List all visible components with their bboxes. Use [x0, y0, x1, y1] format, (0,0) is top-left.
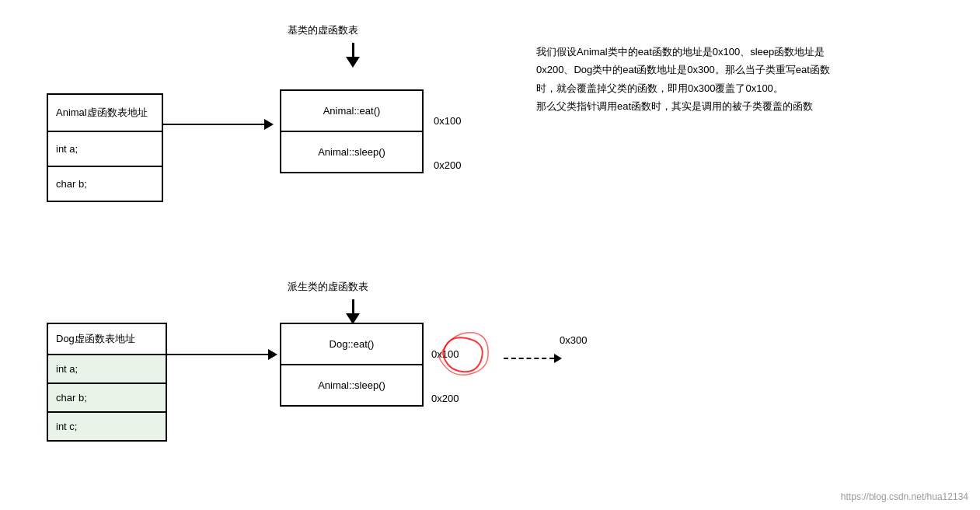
- dog-char-b-row: char b;: [48, 384, 166, 413]
- explanation-line1: 我们假设Animal类中的eat函数的地址是0x100、sleep函数地址是: [536, 43, 940, 61]
- explanation-text: 我们假设Animal类中的eat函数的地址是0x100、sleep函数地址是 0…: [536, 43, 940, 116]
- vtable-box-top: Animal::eat() Animal::sleep(): [280, 89, 424, 173]
- override-dashed-arrow: [504, 354, 562, 363]
- addr-top-eat: 0x100: [434, 115, 461, 127]
- vtable-label-top: 基类的虚函数表: [288, 23, 358, 37]
- animal-vtptr-row: Animal虚函数表地址: [48, 95, 162, 132]
- vtable-eat-row: Animal::eat(): [281, 91, 422, 132]
- arrow-down-bottom: [346, 299, 360, 324]
- animal-object-box: Animal虚函数表地址 int a; char b;: [47, 93, 163, 202]
- addr-top-sleep: 0x200: [434, 159, 461, 171]
- dog-vtptr-row: Dog虚函数表地址: [48, 324, 166, 355]
- vtable-dog-eat-row: Dog::eat(): [281, 324, 422, 365]
- vtable-box-bottom: Dog::eat() Animal::sleep(): [280, 323, 424, 407]
- arrow-animal-to-vtable: [163, 119, 274, 130]
- addr-bot-eat: 0x100: [431, 348, 459, 360]
- arrow-down-top: [346, 43, 360, 68]
- explanation-line2: 0x200、Dog类中的eat函数地址是0x300。那么当子类重写eat函数: [536, 61, 940, 79]
- explanation-line3: 时，就会覆盖掉父类的函数，即用0x300覆盖了0x100。: [536, 79, 940, 97]
- dog-int-c-row: int c;: [48, 413, 166, 440]
- vtable-sleep-row: Animal::sleep(): [281, 132, 422, 172]
- vtable-label-bottom: 派生类的虚函数表: [288, 280, 368, 294]
- arrow-dog-to-vtable: [167, 349, 277, 360]
- watermark: https://blog.csdn.net/hua12134: [841, 491, 968, 502]
- addr-bot-sleep: 0x200: [431, 393, 459, 404]
- animal-char-b-row: char b;: [48, 167, 162, 201]
- dog-int-a-row: int a;: [48, 355, 166, 384]
- animal-int-a-row: int a;: [48, 132, 162, 167]
- dog-object-box: Dog虚函数表地址 int a; char b; int c;: [47, 323, 167, 442]
- main-container: 基类的虚函数表 Animal虚函数表地址 int a; char b; Anim…: [0, 0, 980, 510]
- vtable-animal-sleep-row: Animal::sleep(): [281, 365, 422, 405]
- addr-300: 0x300: [560, 334, 587, 346]
- explanation-line4: 那么父类指针调用eat函数时，其实是调用的被子类覆盖的函数: [536, 97, 940, 115]
